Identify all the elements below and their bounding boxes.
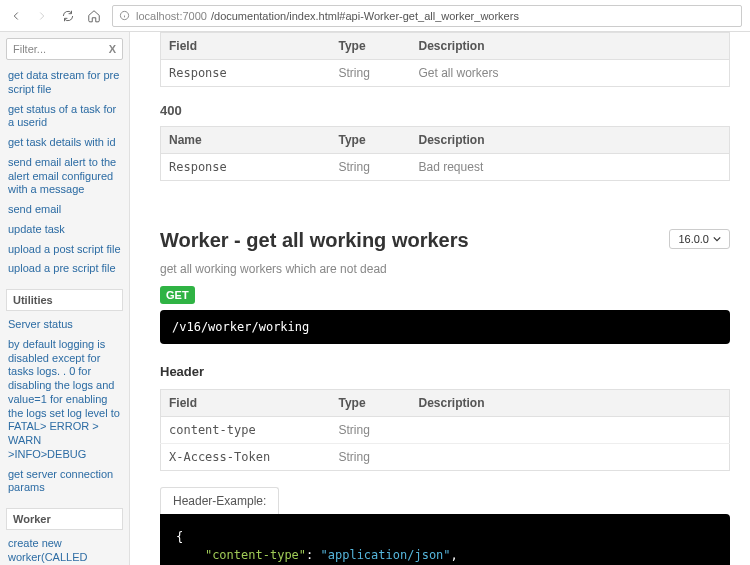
headers-table: Field Type Description content-typeStrin… (160, 389, 730, 471)
cell-desc (411, 417, 730, 444)
table-row: X-Access-TokenString (161, 444, 730, 471)
filter-input[interactable]: Filter... X (6, 38, 123, 60)
home-icon[interactable] (86, 8, 102, 24)
sidebar-item[interactable]: Server status (6, 315, 123, 335)
col-name: Name (161, 127, 331, 154)
sidebar-item[interactable]: get task details with id (6, 133, 123, 153)
prev-response-table: Field Type Description Response String G… (160, 32, 730, 87)
sidebar-item[interactable]: update task (6, 220, 123, 240)
col-field: Field (161, 390, 331, 417)
method-badge: GET (160, 286, 195, 304)
section-utilities: Utilities (6, 289, 123, 311)
col-desc: Description (411, 127, 730, 154)
url-bar[interactable]: localhost:7000 /documentation/index.html… (112, 5, 742, 27)
cell-desc: Bad request (411, 154, 730, 181)
back-icon[interactable] (8, 8, 24, 24)
cell-type: String (331, 417, 411, 444)
col-desc: Description (411, 33, 730, 60)
sidebar-item[interactable]: get server connection params (6, 465, 123, 499)
sidebar-item[interactable]: send email (6, 200, 123, 220)
cell-field: content-type (161, 417, 331, 444)
cell-desc: Get all workers (411, 60, 730, 87)
table-row: Response String Bad request (161, 154, 730, 181)
status-400: 400 (160, 103, 730, 118)
refresh-icon[interactable] (60, 8, 76, 24)
endpoint-title: Worker - get all working workers (160, 229, 469, 252)
browser-toolbar: localhost:7000 /documentation/index.html… (0, 0, 750, 32)
section-worker: Worker (6, 508, 123, 530)
cell-field: Response (161, 60, 331, 87)
filter-placeholder: Filter... (13, 43, 46, 55)
cell-desc (411, 444, 730, 471)
cell-field: X-Access-Token (161, 444, 331, 471)
cell-type: String (331, 154, 411, 181)
version-label: 16.0.0 (678, 233, 709, 245)
sidebar: Filter... X get data stream for pre scri… (0, 32, 130, 565)
forward-icon[interactable] (34, 8, 50, 24)
url-host: localhost:7000 (136, 10, 207, 22)
sidebar-item[interactable]: create new worker(CALLED internally by w… (6, 534, 123, 565)
sidebar-item[interactable]: by default logging is disabled except fo… (6, 335, 123, 465)
header-example-code: { "content-type": "application/json", "X… (160, 514, 730, 565)
sidebar-item[interactable]: send email alert to the alert email conf… (6, 153, 123, 200)
sidebar-item[interactable]: get status of a task for a userid (6, 100, 123, 134)
cell-name: Response (161, 154, 331, 181)
table-row: content-typeString (161, 417, 730, 444)
header-section-title: Header (160, 364, 730, 379)
cell-type: String (331, 60, 411, 87)
info-icon (119, 10, 130, 21)
endpoint-desc: get all working workers which are not de… (160, 262, 730, 276)
sidebar-item[interactable]: upload a post script file (6, 240, 123, 260)
endpoint-path: /v16/worker/working (160, 310, 730, 344)
clear-icon[interactable]: X (109, 43, 116, 55)
col-type: Type (331, 127, 411, 154)
sidebar-item[interactable]: upload a pre script file (6, 259, 123, 279)
error-table: Name Type Description Response String Ba… (160, 126, 730, 181)
table-row: Response String Get all workers (161, 60, 730, 87)
url-path: /documentation/index.html#api-Worker-get… (211, 10, 519, 22)
sidebar-item[interactable]: get data stream for pre script file (6, 66, 123, 100)
example-tab[interactable]: Header-Example: (160, 487, 279, 514)
col-type: Type (331, 33, 411, 60)
col-type: Type (331, 390, 411, 417)
version-dropdown[interactable]: 16.0.0 (669, 229, 730, 249)
col-desc: Description (411, 390, 730, 417)
chevron-down-icon (713, 235, 721, 243)
main-content: Field Type Description Response String G… (130, 32, 750, 565)
col-field: Field (161, 33, 331, 60)
cell-type: String (331, 444, 411, 471)
